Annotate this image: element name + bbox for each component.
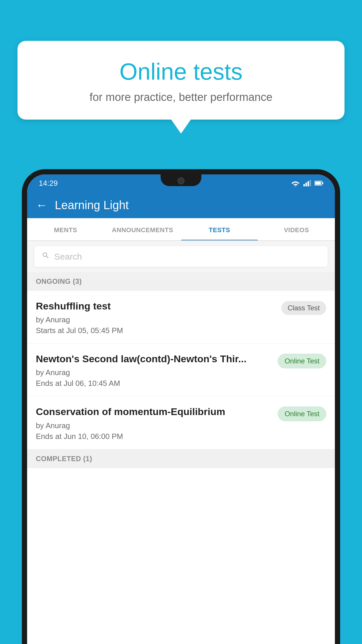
test-item-left-3: Conservation of momentum-Equilibrium by … — [36, 405, 278, 441]
test-name-3: Conservation of momentum-Equilibrium — [36, 405, 272, 418]
speech-bubble-subtitle: for more practice, better performance — [38, 91, 324, 104]
test-time-2: Ends at Jul 06, 10:45 AM — [36, 379, 272, 388]
phone-notch — [161, 174, 201, 186]
speech-bubble-title: Online tests — [38, 58, 324, 85]
test-item-left-1: Reshuffling test by Anurag Starts at Jul… — [36, 300, 281, 335]
completed-section-header: COMPLETED (1) — [27, 449, 335, 468]
svg-rect-6 — [315, 182, 321, 185]
svg-rect-5 — [322, 182, 323, 184]
tab-ments[interactable]: MENTS — [27, 218, 104, 240]
test-item-newtons[interactable]: Newton's Second law(contd)-Newton's Thir… — [27, 344, 335, 396]
app-bar-title: Learning Light — [55, 199, 129, 212]
ongoing-section-header: ONGOING (3) — [27, 272, 335, 291]
test-author-2: by Anurag — [36, 368, 272, 377]
search-bar[interactable]: Search — [34, 246, 328, 267]
camera — [178, 177, 184, 184]
app-bar: ← Learning Light — [27, 192, 335, 218]
speech-bubble-tail — [171, 119, 191, 134]
tab-videos[interactable]: VIDEOS — [258, 218, 335, 240]
ongoing-label: ONGOING (3) — [36, 277, 82, 285]
test-badge-1: Class Test — [281, 301, 326, 315]
battery-icon — [314, 181, 323, 186]
phone-frame: 14:29 — [22, 169, 340, 644]
test-item-conservation[interactable]: Conservation of momentum-Equilibrium by … — [27, 396, 335, 449]
test-author-1: by Anurag — [36, 315, 275, 324]
test-name-2: Newton's Second law(contd)-Newton's Thir… — [36, 352, 272, 365]
test-name-1: Reshuffling test — [36, 300, 275, 312]
search-icon — [42, 251, 50, 262]
svg-rect-2 — [307, 181, 309, 186]
tab-tests[interactable]: TESTS — [181, 218, 258, 240]
tab-announcements[interactable]: ANNOUNCEMENTS — [104, 218, 181, 240]
svg-rect-0 — [303, 184, 305, 186]
tabs-container: MENTS ANNOUNCEMENTS TESTS VIDEOS — [27, 218, 335, 241]
test-item-left-2: Newton's Second law(contd)-Newton's Thir… — [36, 352, 278, 388]
speech-bubble-container: Online tests for more practice, better p… — [17, 41, 345, 134]
search-container: Search — [27, 241, 335, 272]
search-placeholder: Search — [54, 252, 82, 262]
test-time-1: Starts at Jul 05, 05:45 PM — [36, 326, 275, 335]
test-badge-2: Online Test — [278, 354, 326, 368]
test-item-reshuffling[interactable]: Reshuffling test by Anurag Starts at Jul… — [27, 291, 335, 344]
status-icons — [291, 180, 323, 186]
test-author-3: by Anurag — [36, 421, 272, 430]
speech-bubble: Online tests for more practice, better p… — [17, 41, 345, 120]
test-badge-3: Online Test — [278, 407, 326, 421]
svg-rect-3 — [310, 180, 311, 186]
phone-screen: 14:29 — [27, 174, 335, 644]
completed-label: COMPLETED (1) — [36, 455, 92, 463]
svg-rect-1 — [305, 183, 307, 186]
back-button[interactable]: ← — [36, 199, 48, 212]
status-time: 14:29 — [39, 179, 58, 188]
signal-icon — [303, 180, 311, 186]
test-time-3: Ends at Jun 10, 06:00 PM — [36, 432, 272, 441]
wifi-icon — [291, 180, 300, 186]
